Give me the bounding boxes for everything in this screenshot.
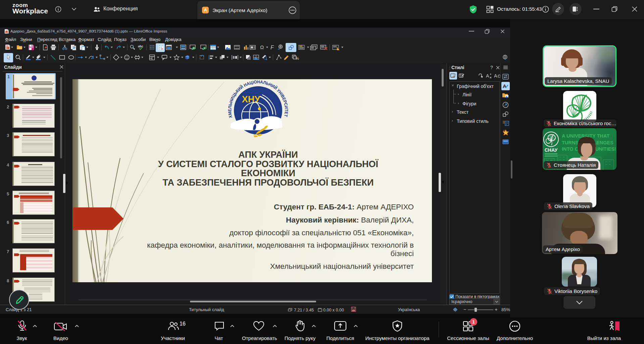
svg-text:A: A xyxy=(486,73,489,79)
svg-text:d: d xyxy=(134,48,135,50)
svg-text:A: A xyxy=(503,83,506,89)
svg-text:∞: ∞ xyxy=(278,48,280,50)
svg-text:A: A xyxy=(494,73,497,79)
svg-text:%: % xyxy=(296,56,299,60)
svg-text:A: A xyxy=(251,46,253,49)
svg-text:Ω: Ω xyxy=(260,44,264,50)
svg-text:n: n xyxy=(161,47,163,50)
svg-text:F: F xyxy=(270,45,274,50)
